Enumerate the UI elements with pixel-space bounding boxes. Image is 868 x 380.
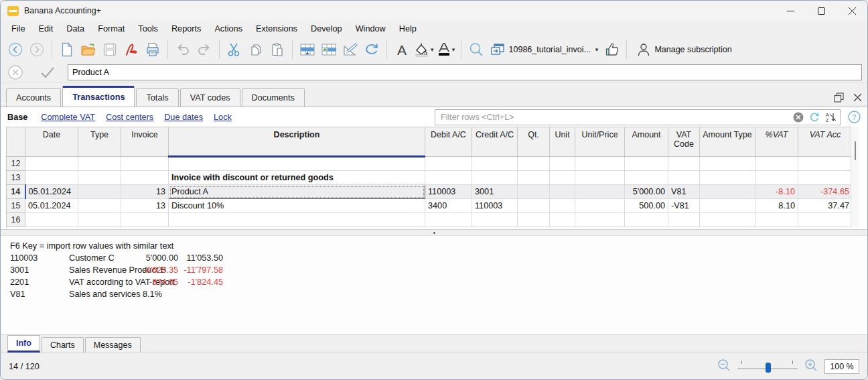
cell[interactable]	[575, 199, 625, 213]
cell[interactable]	[518, 171, 550, 185]
cell[interactable]: 8.10	[755, 199, 798, 213]
cell[interactable]	[798, 213, 853, 227]
cell[interactable]	[78, 185, 121, 199]
cell[interactable]	[78, 157, 121, 171]
view-link-cost-centers[interactable]: Cost centers	[106, 113, 153, 122]
tab-documents[interactable]: Documents	[242, 88, 305, 107]
maximize-button[interactable]	[806, 1, 837, 21]
refresh-icon[interactable]	[809, 112, 820, 123]
cell-edit-input[interactable]	[68, 64, 862, 80]
column-header-credit-a-c[interactable]: Credit A/C	[472, 127, 518, 157]
column-header-unit[interactable]: Unit	[550, 127, 575, 157]
cell[interactable]	[755, 157, 798, 171]
back-icon[interactable]	[5, 39, 26, 60]
bottom-tab-info[interactable]: Info	[7, 335, 40, 353]
cell[interactable]: 3001	[472, 185, 518, 199]
cell[interactable]	[518, 199, 550, 213]
cell[interactable]: Discount 10%	[169, 199, 425, 213]
open-file-icon[interactable]	[78, 39, 99, 60]
cell[interactable]	[169, 157, 425, 171]
column-header-debit-a-c[interactable]: Debit A/C	[425, 127, 472, 157]
copy-icon[interactable]	[245, 39, 267, 60]
tab-accounts[interactable]: Accounts	[6, 88, 61, 107]
view-link-lock[interactable]: Lock	[214, 113, 232, 122]
insert-rows-icon[interactable]	[297, 39, 318, 60]
undo-icon[interactable]	[172, 39, 194, 60]
cell[interactable]	[121, 213, 169, 227]
cell[interactable]	[668, 213, 700, 227]
print-icon[interactable]	[142, 39, 163, 60]
menu-data[interactable]: Data	[60, 22, 91, 36]
cell[interactable]	[550, 157, 575, 171]
add-row-icon[interactable]	[318, 39, 340, 60]
cell[interactable]: 5'000.00	[625, 185, 668, 199]
recalculate-icon[interactable]	[361, 39, 382, 60]
row-number[interactable]: 12	[7, 157, 25, 171]
manage-subscription-button[interactable]: Manage subscription	[631, 39, 737, 60]
cell[interactable]	[550, 213, 575, 227]
filter-rows-input[interactable]	[441, 113, 788, 122]
close-view-icon[interactable]	[853, 93, 862, 102]
menu-actions[interactable]: Actions	[208, 22, 249, 36]
view-link-due-dates[interactable]: Due dates	[164, 113, 203, 122]
tab-totals[interactable]: Totals	[136, 88, 178, 107]
cell[interactable]	[78, 199, 121, 213]
cell[interactable]	[668, 171, 700, 185]
vertical-scrollbar[interactable]	[851, 127, 859, 227]
redo-icon[interactable]	[194, 39, 215, 60]
cell[interactable]	[575, 213, 625, 227]
new-file-icon[interactable]	[56, 39, 78, 60]
view-link-base[interactable]: Base	[7, 113, 27, 122]
cell[interactable]	[625, 171, 668, 185]
float-view-icon[interactable]	[834, 92, 844, 103]
bottom-tab-messages[interactable]: Messages	[85, 337, 141, 353]
pdf-export-icon[interactable]	[121, 39, 142, 60]
search-icon[interactable]	[465, 39, 487, 60]
cell[interactable]: 110003	[425, 185, 472, 199]
bottom-tab-charts[interactable]: Charts	[42, 337, 84, 353]
scrollbar-thumb[interactable]	[855, 141, 856, 160]
cell[interactable]	[700, 199, 755, 213]
dropdown-arrow-icon[interactable]: ▾	[452, 46, 455, 53]
dropdown-arrow-icon[interactable]: ▾	[431, 46, 434, 53]
cell[interactable]: 13	[121, 185, 169, 199]
cell[interactable]	[575, 185, 625, 199]
cell[interactable]	[169, 213, 425, 227]
reject-edit-icon[interactable]	[5, 62, 26, 83]
edit-table-icon[interactable]	[340, 39, 361, 60]
cell[interactable]	[668, 157, 700, 171]
cell[interactable]	[425, 157, 472, 171]
column-header-qt-[interactable]: Qt.	[518, 127, 550, 157]
help-icon[interactable]: ?	[848, 111, 861, 125]
cell[interactable]	[472, 157, 518, 171]
cell[interactable]	[121, 157, 169, 171]
dropdown-arrow-icon[interactable]: ▾	[595, 46, 599, 53]
column-header-vat-code[interactable]: VAT Code	[668, 127, 700, 157]
zoom-out-icon[interactable]	[717, 359, 731, 374]
minimize-button[interactable]	[775, 1, 806, 21]
cell[interactable]	[575, 171, 625, 185]
cell[interactable]: -V81	[668, 199, 700, 213]
accept-edit-icon[interactable]	[37, 62, 58, 83]
cell[interactable]	[425, 213, 472, 227]
column-header-date[interactable]: Date	[25, 127, 78, 157]
column-header-amount-type[interactable]: Amount Type	[700, 127, 755, 157]
document-switcher[interactable]: 10986_tutorial_invoi... ▾	[487, 39, 601, 60]
column-header-description[interactable]: Description	[169, 127, 425, 157]
column-header-amount[interactable]: Amount	[625, 127, 668, 157]
row-number[interactable]: 14	[7, 185, 25, 199]
menu-help[interactable]: Help	[392, 22, 423, 36]
paste-icon[interactable]	[267, 39, 288, 60]
cell[interactable]: 37.47	[798, 199, 853, 213]
cell[interactable]: Invoice with discount or returned goods	[169, 171, 425, 185]
cell[interactable]: 13	[121, 199, 169, 213]
cell[interactable]	[518, 185, 550, 199]
cell[interactable]	[575, 157, 625, 171]
cell[interactable]: 110003	[472, 199, 518, 213]
font-style-icon[interactable]: A	[391, 39, 413, 60]
cell[interactable]	[472, 171, 518, 185]
menu-edit[interactable]: Edit	[31, 22, 60, 36]
cell[interactable]	[121, 171, 169, 185]
column-header-invoice[interactable]: Invoice	[121, 127, 169, 157]
tab-vat-codes[interactable]: VAT codes	[180, 88, 240, 107]
